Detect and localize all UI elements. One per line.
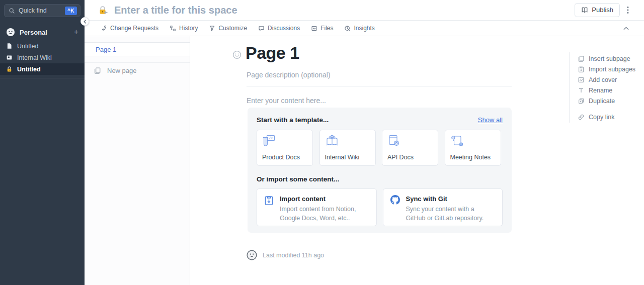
document-icon <box>6 43 13 49</box>
workspace-header[interactable]: Personal + <box>0 26 85 38</box>
import-card-title: Import content <box>280 195 369 203</box>
tab-label: Discussions <box>268 25 300 32</box>
import-heading: Or import some content... <box>257 175 339 183</box>
meeting-notes-icon <box>450 134 464 147</box>
svg-text:√x: √x <box>269 136 273 140</box>
workspace-avatar <box>6 28 15 37</box>
add-cover-button[interactable]: Add cover <box>578 74 638 85</box>
copy-link-button[interactable]: Copy link <box>578 112 638 122</box>
collapse-sidebar-button[interactable] <box>80 17 89 26</box>
quick-find-search[interactable]: Quick find ^K <box>4 4 80 17</box>
add-space-button[interactable]: + <box>74 28 78 36</box>
github-icon <box>390 195 400 220</box>
tab-label: Files <box>320 25 333 32</box>
template-cards: √x Product Docs Internal Wiki API Docs <box>257 130 501 166</box>
tab-insights[interactable]: Insights <box>344 25 374 32</box>
page-description-input[interactable]: Page description (optional) <box>247 71 331 79</box>
tab-files[interactable]: Files <box>311 25 333 32</box>
api-docs-icon <box>387 134 401 147</box>
tab-label: Change Requests <box>110 25 158 32</box>
template-card-product-docs[interactable]: √x Product Docs <box>257 130 313 166</box>
page-list-item-current[interactable]: Page 1 <box>85 42 190 56</box>
import-content-card[interactable]: Import content Import content from Notio… <box>257 188 377 226</box>
tab-discussions[interactable]: Discussions <box>258 25 300 32</box>
template-card-internal-wiki[interactable]: Internal Wiki <box>319 130 376 166</box>
import-icon <box>264 195 274 220</box>
product-docs-icon: √x <box>262 134 277 147</box>
template-card-label: Product Docs <box>262 154 300 161</box>
sidebar-item-untitled-2-selected[interactable]: Untitled <box>0 63 85 75</box>
space-title-input[interactable]: Enter a title for this space <box>114 5 575 16</box>
page-item-label: Page 1 <box>96 46 116 53</box>
search-icon <box>9 8 15 14</box>
workspace-sidebar: Quick find ^K Personal + Untitled Intern… <box>0 0 85 285</box>
link-icon <box>578 114 585 121</box>
action-label: Copy link <box>589 114 614 121</box>
sidebar-item-label: Untitled <box>17 43 38 50</box>
tab-history[interactable]: History <box>170 25 198 32</box>
content-input[interactable]: Enter your content here... <box>247 97 326 105</box>
tab-label: Customize <box>218 25 247 32</box>
clipboard-import-icon <box>578 66 585 73</box>
duplicate-button[interactable]: Duplicate <box>578 96 638 106</box>
space-tabbar: Change Requests History Customize Discus… <box>85 21 644 36</box>
lock-with-key-icon[interactable] <box>98 6 108 15</box>
new-page-label: New page <box>107 67 137 74</box>
new-page-button[interactable]: New page <box>85 65 190 76</box>
page-actions: Insert subpage Import subpages Add cover… <box>578 53 638 122</box>
tab-customize[interactable]: Customize <box>209 25 247 32</box>
discussions-icon <box>258 25 265 32</box>
action-label: Import subpages <box>589 66 635 73</box>
import-subpages-button[interactable]: Import subpages <box>578 64 638 74</box>
publish-button[interactable]: Publish <box>575 3 620 17</box>
history-icon <box>170 25 176 32</box>
keyboard-shortcut-badge: ^K <box>65 7 77 15</box>
import-card-description: Sync your content with a GitHub or GitLa… <box>406 205 496 223</box>
page-title[interactable]: Page 1 <box>246 43 299 63</box>
sidebar-item-untitled-1[interactable]: Untitled <box>0 40 85 52</box>
pages-icon <box>578 55 585 62</box>
space-header: Enter a title for this space Publish <box>85 0 644 21</box>
book-publish-icon <box>581 7 588 14</box>
tab-label: History <box>179 25 198 32</box>
sidebar-item-internal-wiki[interactable]: Internal Wiki <box>0 52 85 63</box>
smiley-icon[interactable] <box>232 50 242 59</box>
internal-wiki-icon <box>325 134 340 147</box>
search-placeholder: Quick find <box>19 7 65 14</box>
insert-subpage-button[interactable]: Insert subpage <box>578 53 638 64</box>
app-window: Quick find ^K Personal + Untitled Intern… <box>0 0 644 285</box>
more-options-icon[interactable] <box>627 6 629 14</box>
tab-label: Insights <box>354 25 374 32</box>
rename-button[interactable]: Rename <box>578 85 638 96</box>
lock-icon <box>6 66 13 72</box>
getting-started-panel: Start with a template... Show all √x Pro… <box>248 108 512 233</box>
templates-heading: Start with a template... <box>257 116 478 124</box>
customize-icon <box>209 25 215 32</box>
show-all-link[interactable]: Show all <box>478 116 503 124</box>
avatar[interactable] <box>247 250 257 260</box>
template-card-label: Meeting Notes <box>450 154 491 161</box>
pages-icon <box>94 67 101 74</box>
action-label: Insert subpage <box>589 55 630 62</box>
sync-with-git-card[interactable]: Sync with Git Sync your content with a G… <box>383 188 503 226</box>
files-icon <box>311 25 317 32</box>
action-label: Rename <box>589 87 612 94</box>
template-card-label: API Docs <box>387 154 414 161</box>
page-footer: Last modified 11h ago <box>247 250 324 260</box>
workspace-name: Personal <box>20 29 74 36</box>
import-cards: Import content Import content from Notio… <box>257 188 503 226</box>
last-modified-text: Last modified 11h ago <box>263 252 324 259</box>
template-card-label: Internal Wiki <box>325 154 360 161</box>
pages-panel: Page 1 New page <box>85 36 190 285</box>
image-icon <box>578 76 585 83</box>
publish-label: Publish <box>592 6 613 14</box>
template-card-api-docs[interactable]: API Docs <box>382 130 438 166</box>
change-requests-icon <box>101 25 107 32</box>
sidebar-item-label: Untitled <box>17 66 41 73</box>
template-card-meeting-notes[interactable]: Meeting Notes <box>445 130 501 166</box>
chevron-up-icon[interactable] <box>623 27 629 30</box>
sidebar-divider <box>0 78 85 78</box>
tab-change-requests[interactable]: Change Requests <box>101 25 158 32</box>
duplicate-icon <box>578 98 585 105</box>
action-label: Duplicate <box>589 98 615 105</box>
